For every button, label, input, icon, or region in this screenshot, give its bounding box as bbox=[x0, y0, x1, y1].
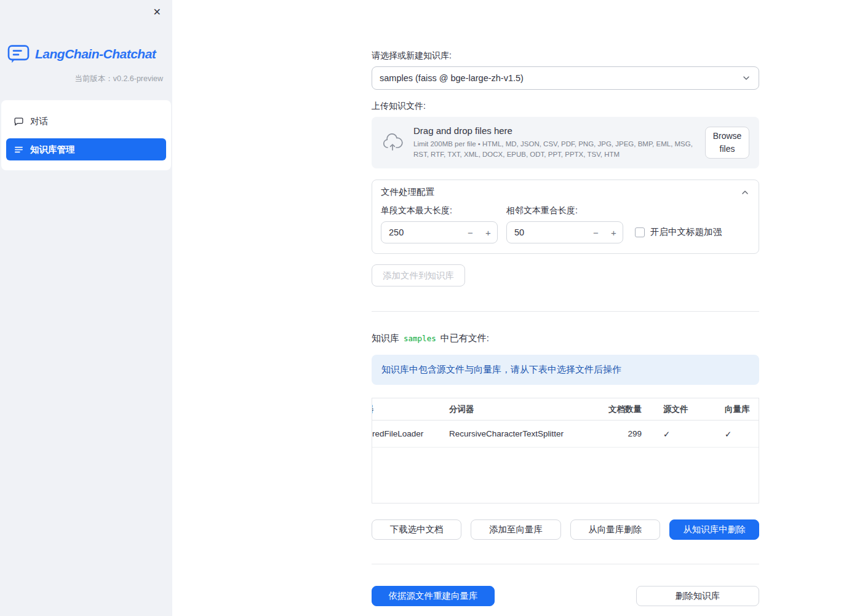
dropzone-text: Drag and drop files here Limit 200MB per… bbox=[413, 125, 695, 159]
version-prefix: 当前版本： bbox=[74, 74, 113, 83]
existing-files-prefix: 知识库 bbox=[372, 333, 399, 344]
max-length-group: 单段文本最大长度: − + bbox=[381, 205, 498, 243]
checkbox-label: 开启中文标题加强 bbox=[650, 226, 722, 238]
delete-from-kb-button[interactable]: 从知识库中删除 bbox=[669, 519, 759, 540]
cell-loader: redFileLoader bbox=[372, 429, 443, 438]
sidebar-item-label: 知识库管理 bbox=[30, 144, 75, 156]
file-config-expander: 文件处理配置 单段文本最大长度: − + 相邻文本重合长度: − + bbox=[372, 180, 759, 254]
sidebar-menu: 对话 知识库管理 bbox=[1, 100, 171, 170]
column-header-loader[interactable]: 器 bbox=[372, 404, 443, 415]
sidebar-item-kb-management[interactable]: 知识库管理 bbox=[6, 138, 166, 160]
existing-files-line: 知识库 samples 中已有文件: bbox=[372, 333, 759, 344]
overlap-length-value[interactable] bbox=[507, 227, 587, 237]
chat-bubble-icon bbox=[14, 116, 24, 127]
max-length-value[interactable] bbox=[381, 227, 461, 237]
info-banner: 知识库中包含源文件与向量库，请从下表中选择文件后操作 bbox=[372, 355, 759, 385]
overlap-length-label: 相邻文本重合长度: bbox=[506, 205, 623, 216]
expander-body: 单段文本最大长度: − + 相邻文本重合长度: − + 开启中文标题加强 bbox=[372, 202, 759, 253]
sidebar: ✕ LangChain-Chatchat 当前版本：v0.2.6-preview… bbox=[0, 0, 172, 616]
upload-label: 上传知识文件: bbox=[372, 101, 759, 112]
existing-files-suffix: 中已有文件: bbox=[440, 333, 489, 344]
max-length-input: − + bbox=[381, 221, 498, 243]
expander-header[interactable]: 文件处理配置 bbox=[372, 180, 759, 202]
delete-kb-button[interactable]: 删除知识库 bbox=[636, 586, 759, 606]
column-header-doc-count[interactable]: 文档数量 bbox=[583, 404, 648, 415]
checkbox-icon[interactable] bbox=[635, 227, 645, 237]
rebuild-vector-store-button[interactable]: 依据源文件重建向量库 bbox=[372, 586, 495, 606]
column-header-source-file[interactable]: 源文件 bbox=[648, 404, 712, 415]
main-content: 请选择或新建知识库: samples (faiss @ bge-large-zh… bbox=[372, 0, 759, 606]
cell-splitter: RecursiveCharacterTextSplitter bbox=[443, 429, 583, 438]
app-title: LangChain-Chatchat bbox=[35, 47, 156, 61]
langchain-chatchat-logo-icon bbox=[7, 44, 30, 64]
chevron-down-icon bbox=[741, 73, 751, 83]
download-selected-button[interactable]: 下载选中文档 bbox=[372, 519, 461, 540]
kb-name-code: samples bbox=[404, 334, 436, 343]
cell-vector-store-check: ✓ bbox=[712, 429, 759, 439]
files-table: 器 分词器 文档数量 源文件 向量库 redFileLoader Recursi… bbox=[372, 398, 759, 503]
column-header-vector-store[interactable]: 向量库 bbox=[712, 404, 759, 415]
table-header-row: 器 分词器 文档数量 源文件 向量库 bbox=[372, 398, 759, 421]
add-files-button[interactable]: 添加文件到知识库 bbox=[372, 264, 465, 286]
plus-icon[interactable]: + bbox=[605, 227, 623, 238]
close-icon[interactable]: ✕ bbox=[151, 5, 164, 20]
delete-from-vector-store-button[interactable]: 从向量库删除 bbox=[570, 519, 660, 540]
sidebar-item-chat[interactable]: 对话 bbox=[6, 110, 166, 132]
cell-source-file-check: ✓ bbox=[648, 429, 712, 439]
kb-select-label: 请选择或新建知识库: bbox=[372, 50, 759, 61]
file-dropzone[interactable]: Drag and drop files here Limit 200MB per… bbox=[372, 117, 759, 168]
kb-select[interactable]: samples (faiss @ bge-large-zh-v1.5) bbox=[372, 66, 759, 90]
divider bbox=[372, 564, 759, 564]
minus-icon[interactable]: − bbox=[461, 227, 479, 238]
max-length-label: 单段文本最大长度: bbox=[381, 205, 498, 216]
sidebar-item-label: 对话 bbox=[30, 116, 48, 127]
dropzone-title: Drag and drop files here bbox=[413, 125, 695, 136]
cell-doc-count: 299 bbox=[583, 429, 648, 438]
file-actions-row: 下载选中文档 添加至向量库 从向量库删除 从知识库中删除 bbox=[372, 519, 759, 540]
expander-title: 文件处理配置 bbox=[381, 186, 434, 198]
list-icon bbox=[14, 144, 24, 155]
dropzone-subtitle: Limit 200MB per file • HTML, MD, JSON, C… bbox=[413, 139, 695, 159]
kb-select-value: samples (faiss @ bge-large-zh-v1.5) bbox=[380, 73, 524, 83]
app-logo: LangChain-Chatchat bbox=[7, 44, 172, 64]
table-row[interactable]: redFileLoader RecursiveCharacterTextSpli… bbox=[372, 421, 759, 448]
overlap-length-group: 相邻文本重合长度: − + bbox=[506, 205, 623, 243]
overlap-length-input: − + bbox=[506, 221, 623, 243]
chevron-up-icon bbox=[740, 188, 750, 197]
plus-icon[interactable]: + bbox=[479, 227, 497, 238]
version-value: v0.2.6-preview bbox=[113, 74, 163, 83]
minus-icon[interactable]: − bbox=[587, 227, 605, 238]
version-label: 当前版本：v0.2.6-preview bbox=[0, 74, 163, 84]
divider bbox=[372, 311, 759, 312]
kb-actions-row: 依据源文件重建向量库 删除知识库 bbox=[372, 586, 759, 606]
zh-title-enhance-checkbox[interactable]: 开启中文标题加强 bbox=[635, 226, 722, 238]
browse-files-button[interactable]: Browse files bbox=[705, 127, 749, 159]
column-header-splitter[interactable]: 分词器 bbox=[443, 404, 583, 415]
add-to-vector-store-button[interactable]: 添加至向量库 bbox=[471, 519, 560, 540]
upload-cloud-icon bbox=[381, 133, 404, 152]
